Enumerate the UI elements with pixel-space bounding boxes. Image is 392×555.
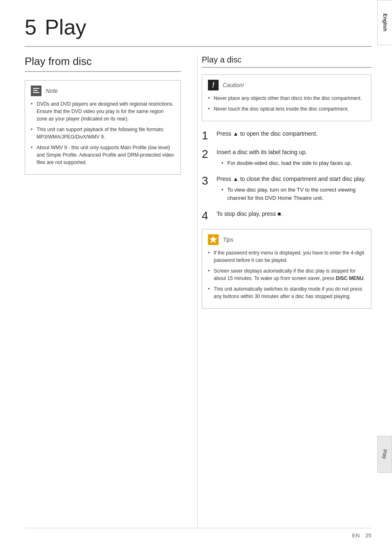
tips-header: Tips [208,234,365,245]
step-4: 4 To stop disc play, press ■. [202,210,371,222]
step-3: 3 Press ▲ to close the disc compartment … [202,175,371,204]
chapter-number: 5 [25,15,37,39]
side-tab-play: Play [377,436,392,473]
caution-label: Caution! [223,82,244,88]
play-a-disc-heading: Play a disc [202,55,371,68]
side-tabs: English Play [377,0,392,555]
step-3-subitem-1: To view disc play, turn on the TV to the… [221,186,371,202]
eject-symbol-1: ▲ [233,130,239,137]
main-content: Play from disc Note DVDs and DVD player [25,55,371,528]
page-container: English Play 5Play Play from disc [0,0,392,555]
note-list: DVDs and DVD players are designed with r… [31,100,175,166]
step-2-number: 2 [202,148,217,161]
step-3-text: Press ▲ to close the disc compartment an… [217,176,366,182]
page-number: EN 25 [352,532,371,539]
caution-item-2: Never touch the disc optical lens inside… [208,105,365,113]
step-3-content: Press ▲ to close the disc compartment an… [217,175,371,204]
steps-container: 1 Press ▲ to open the disc compartment. … [202,130,371,222]
step-2-subitems: For double-sided disc, load the side to … [217,159,371,167]
chapter-title: Play [45,15,86,39]
chapter-heading-area: 5Play [25,16,371,47]
step-4-content: To stop disc play, press ■. [217,210,371,218]
side-tab-play-label: Play [382,449,387,459]
step-1: 1 Press ▲ to open the disc compartment. [202,130,371,142]
caution-list: Never place any objects other than discs… [208,95,365,113]
left-column: Play from disc Note DVDs and DVD player [25,55,197,528]
step-2-content: Insert a disc with its label facing up. … [217,148,371,169]
tips-list: If the password entry menu is displayed,… [208,249,365,300]
step-2-subitem-1: For double-sided disc, load the side to … [221,159,371,167]
note-label: Note [46,88,58,94]
chapter-heading: 5Play [25,16,371,38]
step-2-text: Insert a disc with its label facing up. [217,149,307,155]
page-language: EN [352,532,360,539]
page-num: 25 [366,532,371,539]
step-1-text: Press ▲ to open the disc compartment. [217,130,318,137]
step-1-content: Press ▲ to open the disc compartment. [217,130,371,138]
caution-icon: ! [208,80,219,90]
note-icon [31,86,42,96]
step-3-subitems: To view disc play, turn on the TV to the… [217,186,371,202]
tips-item-1: If the password entry menu is displayed,… [208,249,365,264]
step-1-number: 1 [202,130,217,142]
caution-item-1: Never place any objects other than discs… [208,95,365,102]
side-tab-english-label: English [382,14,388,31]
tips-box: Tips If the password entry menu is displ… [202,229,371,309]
step-4-number: 4 [202,210,217,222]
note-item-3: About WMV 9 - this unit only supports Ma… [31,144,175,166]
eject-symbol-3: ▲ [233,176,239,182]
right-column: Play a disc ! Caution! Never place any o… [197,55,371,528]
disc-menu-bold: DISC MENU [336,275,363,281]
caution-box: ! Caution! Never place any objects other… [202,74,371,121]
tips-item-2: Screen saver displays automatically if t… [208,267,365,282]
step-3-number: 3 [202,175,217,187]
step-4-text: To stop disc play, press ■. [217,210,283,217]
note-box: Note DVDs and DVD players are designed w… [25,80,181,175]
step-2: 2 Insert a disc with its label facing up… [202,148,371,169]
side-tab-english: English [377,0,392,45]
star-svg [208,234,219,245]
page-footer: EN 25 [25,528,371,539]
tips-label: Tips [223,236,233,243]
caution-header: ! Caution! [208,80,365,90]
play-from-disc-heading: Play from disc [25,55,181,72]
tips-star-icon [208,234,219,245]
note-icon-lines [33,88,39,94]
note-item-1: DVDs and DVD players are designed with r… [31,100,175,123]
note-item-2: This unit can support playback of the fo… [31,126,175,141]
tips-item-3: This unit automatically switches to stan… [208,285,365,300]
note-header: Note [31,86,175,96]
